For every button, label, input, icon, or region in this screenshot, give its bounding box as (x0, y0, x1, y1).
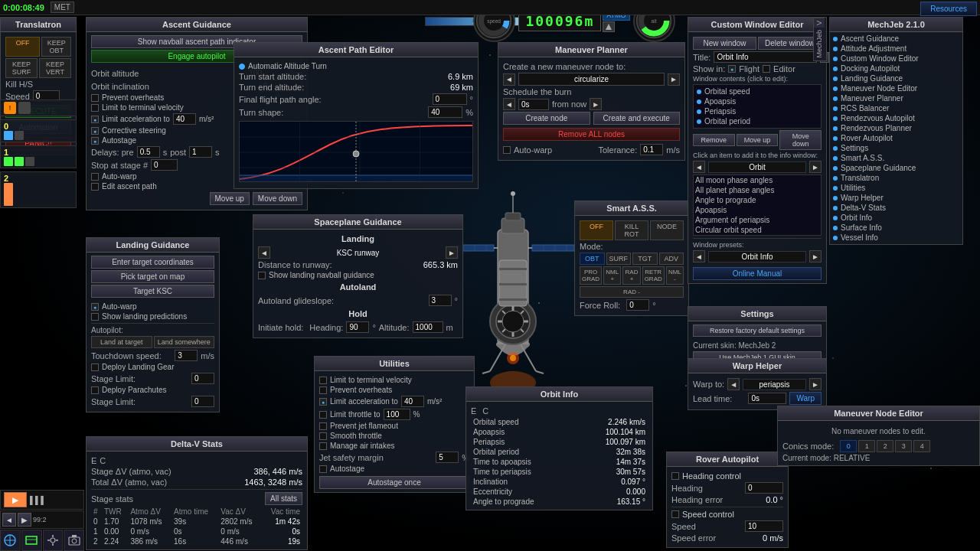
available-item[interactable]: All moon phase angles (694, 175, 821, 185)
contents-move-up-btn[interactable]: Move up (737, 134, 779, 146)
manage-air-intakes-check[interactable] (319, 442, 327, 450)
parachute-stage-limit-input[interactable] (191, 396, 214, 407)
available-item[interactable]: Argument of periapsis (694, 215, 821, 225)
mechjeb-menu-item[interactable]: Settings (831, 143, 961, 153)
create-node-btn[interactable]: Create node (503, 112, 590, 125)
smart-ass-kill-rot-btn[interactable]: KILL ROT (615, 220, 648, 240)
mechjeb-menu-item[interactable]: Warp Helper (831, 193, 961, 203)
stage-btn[interactable]: ▶ (4, 492, 27, 507)
mechjeb-menu-item[interactable]: Translatron (831, 173, 961, 183)
mode-surf-btn[interactable]: SURF (606, 253, 632, 265)
smart-ass-node-btn[interactable]: NODE (650, 220, 684, 240)
altitude-input-sp[interactable] (413, 321, 443, 333)
remove-all-btn[interactable]: Remove ALL nodes (503, 128, 680, 141)
land-at-target-btn[interactable]: Land at target (91, 336, 152, 348)
mechjeb-menu-item[interactable]: Delta-V Stats (831, 203, 961, 213)
available-item[interactable]: All planet phase angles (694, 185, 821, 195)
mechjeb-menu-item[interactable]: Rendezvous Autopilot (831, 113, 961, 123)
util-limit-throttle-input[interactable] (384, 409, 410, 420)
burn-right-arrow[interactable]: ► (590, 98, 602, 110)
limit-terminal-check[interactable] (91, 104, 99, 112)
mechjeb-menu-item[interactable]: Vessel Info (831, 233, 961, 243)
conics-3-btn[interactable]: 3 (895, 440, 912, 452)
jet-safety-input[interactable] (436, 452, 459, 463)
util-limit-throttle-check[interactable] (319, 411, 327, 419)
rad-plus-btn[interactable]: RAD + (622, 266, 640, 285)
maneuver-auto-warp-check[interactable] (503, 146, 511, 154)
turn-shape-input[interactable] (428, 106, 462, 118)
runway-left-arrow[interactable]: ◄ (258, 246, 270, 259)
nml-minus-btn[interactable]: NML - (666, 266, 684, 285)
burn-time-input[interactable] (518, 99, 549, 110)
available-item[interactable]: Angle to prograde (694, 195, 821, 205)
util-limit-terminal-check[interactable] (319, 377, 327, 384)
icon-map[interactable] (21, 530, 42, 551)
tolerance-input[interactable] (640, 144, 663, 155)
mechjeb-menu-item[interactable]: Attitude Adjustment (831, 44, 961, 54)
land-somewhere-btn[interactable]: Land somewhere (154, 336, 215, 348)
contents-periapsis[interactable]: Periapsis (695, 106, 819, 116)
speed-control-check[interactable] (671, 510, 679, 518)
autostage-check[interactable] (91, 137, 99, 145)
prevent-overheats-check[interactable] (91, 94, 99, 102)
contents-move-down-btn[interactable]: Move down (779, 130, 822, 150)
mechjeb-v-tab[interactable]: V (814, 18, 825, 28)
online-manual-btn[interactable]: Online Manual (693, 267, 822, 280)
rad-minus-btn[interactable]: RAD - (580, 286, 684, 298)
util-limit-accel-input[interactable] (401, 396, 424, 407)
smart-ass-off-btn[interactable]: OFF (580, 220, 613, 240)
orbit-nav-left[interactable]: ◄ (693, 161, 705, 173)
mechjeb-menu-item[interactable]: Rover Autopilot (831, 133, 961, 143)
prevent-jet-check[interactable] (319, 422, 327, 430)
remove-btn[interactable]: Remove (693, 134, 735, 146)
available-item[interactable]: Eccentricity (694, 235, 821, 236)
target-ksc-btn[interactable]: Target KSC (91, 285, 214, 298)
move-up-btn[interactable]: Move up (210, 192, 250, 205)
preset-nav-right[interactable]: ► (809, 250, 822, 262)
mechjeb-menu-item[interactable]: Maneuver Node Editor (831, 83, 961, 93)
smooth-throttle-check[interactable] (319, 432, 327, 440)
burn-left-arrow[interactable]: ◄ (503, 98, 515, 110)
edit-ascent-check[interactable] (91, 183, 99, 191)
icon-settings-bottom[interactable] (43, 530, 64, 551)
contents-orbital-speed[interactable]: Orbital speed (695, 86, 819, 96)
heading-input-rover[interactable] (745, 482, 783, 494)
mechjeb-menu-item[interactable]: Custom Window Editor (831, 54, 961, 64)
auto-warp-check[interactable] (91, 173, 99, 181)
deploy-landing-gear-check[interactable] (91, 364, 99, 371)
corrective-steering-check[interactable] (91, 127, 99, 135)
move-down-btn[interactable]: Move down (253, 192, 302, 205)
mechjeb-menu-item[interactable]: Surface Info (831, 223, 961, 233)
mechjeb-menu-item[interactable]: Spaceplane Guidance (831, 163, 961, 173)
util-autostage-check[interactable] (319, 465, 327, 473)
mechjeb-menu-item[interactable]: RCS Balancer (831, 103, 961, 113)
mechjeb-menu-item[interactable]: Utilities (831, 183, 961, 193)
flight-check[interactable] (728, 65, 736, 73)
deploy-parachutes-check[interactable] (91, 386, 99, 394)
delays-pre-input[interactable] (137, 146, 160, 158)
speed-input-rover[interactable] (745, 520, 783, 532)
retr-grad-btn[interactable]: RETR GRAD (642, 266, 665, 285)
force-roll-input[interactable] (626, 299, 649, 311)
glideslope-input[interactable] (429, 295, 452, 306)
node-type-left-arrow[interactable]: ◄ (503, 73, 515, 86)
stage-limit-input[interactable] (191, 373, 214, 384)
heading-control-check[interactable] (671, 472, 679, 480)
pick-target-btn[interactable]: Pick target on map (91, 270, 214, 283)
limit-acceleration-check[interactable] (91, 116, 99, 123)
autostage-once-btn[interactable]: Autostage once (319, 476, 469, 489)
lead-time-input[interactable] (748, 393, 786, 404)
warp-btn[interactable]: Warp (789, 392, 822, 405)
mode-obt-btn[interactable]: OBT (580, 253, 605, 265)
util-prevent-overheats-check[interactable] (319, 386, 327, 394)
mode-tgt-btn[interactable]: TGT (632, 253, 658, 265)
heading-input[interactable] (346, 321, 369, 333)
translatron-keep-obt-btn[interactable]: KEEP OBT (41, 37, 71, 57)
node-type-right-arrow[interactable]: ► (668, 73, 680, 86)
icon-maneuver[interactable] (0, 530, 21, 551)
show-landing-navball-check[interactable] (258, 272, 266, 279)
nav-btn-2[interactable]: ▶ (18, 513, 31, 527)
contents-apoapsis[interactable]: Apoapsis (695, 96, 819, 106)
final-angle-input[interactable] (433, 93, 467, 105)
warp-to-left-arrow[interactable]: ◄ (727, 378, 740, 390)
